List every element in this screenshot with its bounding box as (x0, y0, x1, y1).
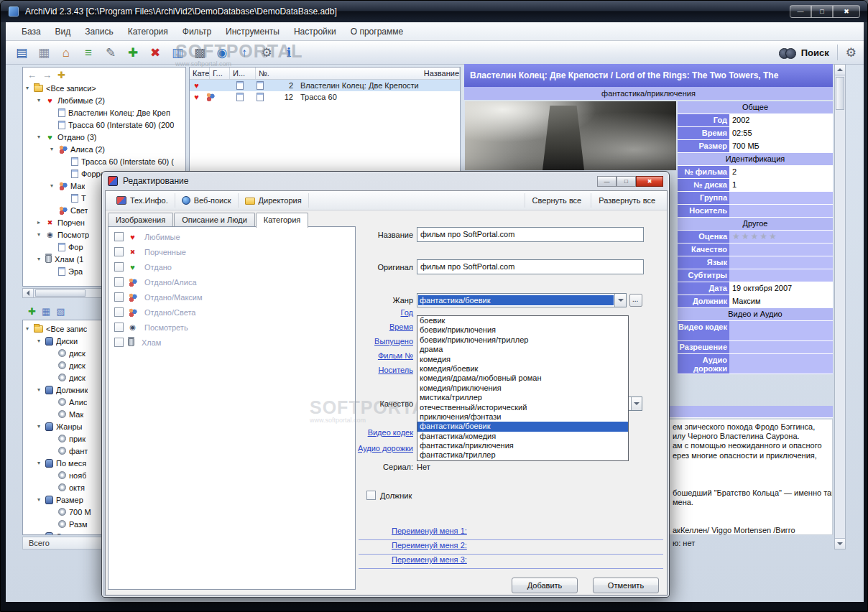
twisty-icon[interactable]: ▾ (37, 134, 45, 140)
field-link[interactable]: Год (348, 308, 413, 323)
genre-more-button[interactable]: ... (629, 294, 642, 307)
dialog-tab[interactable]: Изображения (108, 213, 173, 227)
column-header[interactable]: №. (256, 68, 421, 79)
dropdown-option[interactable]: боевик/приключения/триллер (417, 335, 628, 345)
database-icon[interactable]: ▤ (13, 44, 30, 61)
category-item[interactable]: Любимые (108, 229, 355, 244)
cancel-button[interactable]: Отменить (593, 578, 659, 593)
twisty-icon[interactable]: ▾ (37, 423, 45, 430)
dialog-minimize-button[interactable]: — (597, 176, 617, 187)
category-item[interactable]: Посмотреть (108, 320, 355, 335)
tree-item[interactable]: Трасса 60 (Interstate 60) ( (23, 155, 185, 167)
dialog-toolbar-button[interactable]: Директория (239, 193, 309, 208)
tree-item[interactable]: ▾ Отдано (3) (23, 131, 185, 143)
field-link[interactable]: Фильм № (348, 351, 413, 366)
field-link[interactable]: Время (348, 323, 413, 337)
twisty-icon[interactable]: ▾ (37, 460, 45, 466)
film-icon[interactable]: ▩ (191, 44, 208, 61)
twisty-icon[interactable]: ▾ (50, 146, 58, 152)
twisty-icon[interactable]: ▾ (37, 231, 45, 238)
category-item[interactable]: Отдано/Алиса (108, 274, 355, 289)
copy-icon[interactable]: ▥ (169, 44, 186, 61)
menu-item[interactable]: Вид (48, 24, 78, 40)
dropdown-option[interactable]: боевик (417, 316, 628, 325)
category-checkbox[interactable] (114, 323, 124, 332)
field-link[interactable]: Видео кодек (348, 428, 413, 444)
table-row[interactable]: 2 Властелин Колец: Две Крепости (190, 80, 460, 91)
menu-item[interactable]: Запись (78, 24, 120, 40)
dropdown-option[interactable]: комедия/приключения (417, 384, 628, 393)
forward-icon[interactable]: → (42, 70, 52, 80)
dropdown-option[interactable]: фантастика/комедия (417, 432, 628, 441)
save-icon[interactable]: ▦ (35, 44, 52, 61)
tree-item[interactable]: ▾ Алиса (2) (23, 143, 185, 155)
dropdown-option[interactable]: фантастика/боевик (417, 422, 628, 431)
dropdown-option[interactable]: комедия/драма/любовный роман (417, 374, 628, 383)
dropdown-option[interactable]: боевик/приключения (417, 325, 628, 335)
dropdown-option[interactable]: комедия/боевик (417, 364, 628, 374)
tree-view-icon[interactable]: ≡ (80, 44, 97, 61)
twisty-icon[interactable]: ▾ (26, 85, 34, 91)
tree-item[interactable]: Властелин Колец: Две Креп (23, 106, 185, 119)
dropdown-option[interactable]: фантастика/триллер (417, 450, 628, 460)
debtor-checkbox[interactable] (366, 491, 376, 500)
menu-item[interactable]: О программе (343, 24, 410, 40)
field-link[interactable]: Выпущено (348, 337, 413, 351)
dropdown-option[interactable]: приключения/фэнтази (417, 412, 628, 422)
dialog-close-button[interactable]: ✖ (636, 176, 663, 187)
scroll-left-button[interactable] (23, 289, 34, 297)
close-button[interactable]: ✖ (833, 5, 860, 18)
web-icon[interactable]: ◉ (213, 44, 231, 61)
maximize-button[interactable]: □ (811, 5, 833, 18)
category-checkbox[interactable] (114, 292, 124, 302)
search-label[interactable]: Поиск (801, 47, 829, 58)
menu-item[interactable]: Категория (121, 24, 175, 40)
field-link[interactable]: Аудио дорожки (348, 444, 413, 460)
info-icon[interactable]: ℹ (280, 44, 297, 61)
dialog-tab[interactable]: Описание и Люди (174, 213, 255, 227)
expand-all-button[interactable]: Развернуть все (591, 193, 662, 208)
column-header[interactable]: Название (421, 68, 460, 79)
twisty-icon[interactable]: ▾ (26, 325, 34, 332)
dropdown-option[interactable]: мистика/триллер (417, 393, 628, 402)
category-item[interactable]: Отдано/Света (108, 305, 355, 320)
column-header[interactable]: И... (230, 68, 256, 79)
category-item[interactable]: Порченные (108, 244, 355, 259)
combo-arrow-icon[interactable] (631, 397, 642, 410)
dropdown-option[interactable]: фантастика/приключения (417, 441, 628, 450)
tree-item[interactable]: ▾ <Все записи> (23, 82, 185, 94)
category-checkbox[interactable] (114, 232, 124, 241)
scroll-thumb[interactable] (35, 289, 86, 297)
collapse-all-button[interactable]: Свернуть все (525, 193, 589, 208)
stats-icon[interactable]: ▧ (56, 307, 65, 316)
category-checkbox[interactable] (114, 338, 124, 347)
menu-item[interactable]: База (14, 24, 48, 40)
menu-item[interactable]: Инструменты (218, 24, 287, 40)
menu-item[interactable]: Фильтр (175, 24, 218, 40)
twisty-icon[interactable]: ▾ (37, 496, 45, 503)
settings-icon[interactable]: ⚙ (258, 44, 275, 61)
category-checkbox[interactable] (114, 262, 124, 272)
scroll-down-button[interactable] (835, 538, 845, 549)
dropdown-option[interactable]: драма (417, 345, 628, 354)
upload-icon[interactable]: ↑ (236, 44, 253, 61)
back-icon[interactable]: ← (27, 70, 37, 80)
twisty-icon[interactable]: ▾ (37, 256, 45, 262)
tree-item[interactable]: ▾ Любимые (2) (23, 94, 185, 106)
search-binoculars-icon[interactable] (779, 47, 796, 58)
twisty-icon[interactable]: ▾ (37, 338, 45, 344)
dropdown-option[interactable]: комедия (417, 355, 628, 364)
category-item[interactable]: Отдано (108, 259, 355, 274)
minimize-button[interactable]: — (790, 5, 811, 18)
edit-pencil-icon[interactable]: ✎ (102, 44, 119, 61)
rename-link[interactable]: Переименуй меня 1: (392, 527, 467, 535)
column-header[interactable]: Г... (210, 68, 230, 79)
genre-combobox[interactable]: фантастика/боевик (417, 293, 627, 307)
scroll-thumb[interactable] (836, 77, 844, 110)
dialog-maximize-button[interactable]: □ (617, 176, 636, 187)
dialog-tab[interactable]: Категория (256, 213, 308, 228)
twisty-icon[interactable]: ▾ (50, 182, 58, 189)
dialog-toolbar-button[interactable]: Тех.Инфо. (110, 193, 175, 208)
table-row[interactable]: 12 Трасса 60 (190, 91, 460, 103)
scroll-up-button[interactable] (835, 65, 845, 75)
